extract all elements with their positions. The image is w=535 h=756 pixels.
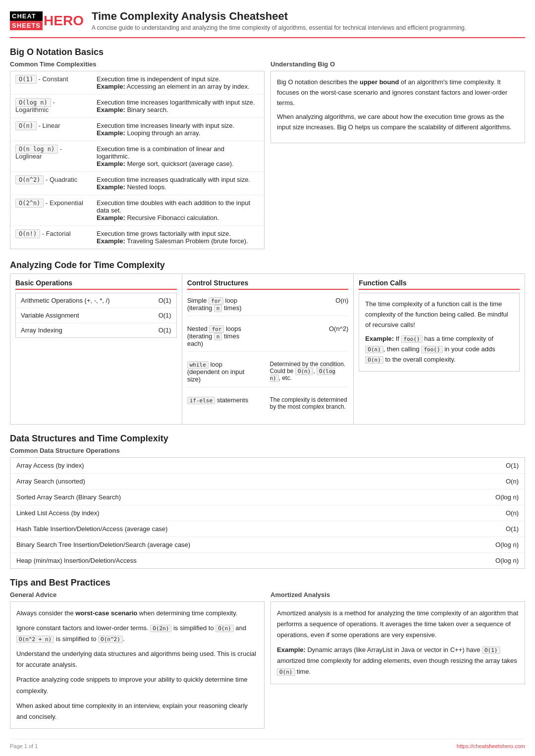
complexity-desc-2: Execution time increases linearly with i… <box>97 122 259 137</box>
on2-code: O(n^2) <box>98 636 123 643</box>
complexity-desc-5: Execution time doubles with each additio… <box>97 199 259 221</box>
ds-row-0: Array Access (by index) O(1) <box>10 458 525 474</box>
big-o-p1: Big O notation describes the upper bound… <box>277 77 519 108</box>
ctrl-item-3: if-else statements The complexity is det… <box>187 392 349 414</box>
ctrl-desc-2: Determined by the condition. Could be O(… <box>266 361 349 381</box>
on-fn-code: O(n) <box>365 346 383 353</box>
tips-title: Tips and Best Practices <box>10 578 525 588</box>
header-subtitle: A concise guide to understanding and ana… <box>92 24 466 31</box>
complexity-label-4: O(n^2) - Quadratic <box>15 176 97 183</box>
complexity-row-5: O(2^n) - Exponential Execution time doub… <box>10 195 264 226</box>
ds-row-3: Linked List Access (by index) O(n) <box>10 505 525 521</box>
page-footer: Page 1 of 1 https://cheatsheetshero.com <box>10 739 525 749</box>
analyzing-title: Analyzing Code for Time Complexity <box>10 260 525 270</box>
ctrl-badge-1: O(n^2) <box>329 325 348 332</box>
ds-label-6: Heap (min/max) Insertion/Deletion/Access <box>16 557 137 564</box>
big-o-p2: When analyzing algorithms, we care about… <box>277 112 519 133</box>
ds-row-1: Array Search (unsorted) O(n) <box>10 474 525 489</box>
complexity-desc-6: Execution time grows factorially with in… <box>97 230 259 245</box>
general-advice-content: Always consider the worst-case scenario … <box>10 601 265 729</box>
analyzing-grid: Basic Operations Arithmetic Operations (… <box>10 273 525 425</box>
amortized-col: Amortized Analysis Amortized analysis is… <box>270 591 525 729</box>
basic-op-row-0: Arithmetic Operations (+, -, *, /) O(1) <box>16 293 176 308</box>
basic-op-label-0: Arithmetic Operations (+, -, *, /) <box>21 297 110 304</box>
tip-p4: Practice analyzing code snippets to impr… <box>16 674 258 696</box>
ds-label-0: Array Access (by index) <box>16 462 84 469</box>
page-title: Time Complexity Analysis Cheatsheet <box>92 10 466 23</box>
fn-calls-example: Example: If foo() has a time complexity … <box>365 334 513 365</box>
ds-table: Array Access (by index) O(1) Array Searc… <box>10 457 525 569</box>
logo: CHEAT SHEETS HERO <box>10 11 84 30</box>
ds-badge-1: O(n) <box>506 478 519 485</box>
function-calls-header: Function Calls <box>359 279 520 290</box>
basic-op-row-2: Array Indexing O(1) <box>16 323 176 337</box>
ctrl-label-1: Nested for loops(iterating n timeseach) <box>187 325 329 347</box>
tip-p1: Always consider the worst-case scenario … <box>16 608 258 619</box>
ctrl-desc-3: The complexity is determined by the most… <box>266 396 349 410</box>
complexity-badge-1: O(log n) <box>15 98 51 107</box>
fn-calls-content: The time complexity of a function call i… <box>359 293 520 372</box>
analyzing-section: Analyzing Code for Time Complexity Basic… <box>10 260 525 425</box>
basic-op-badge-1: O(1) <box>159 312 171 319</box>
complexity-label-2: O(n) - Linear <box>15 122 97 129</box>
data-structures-section: Data Structures and Time Complexity Comm… <box>10 433 525 569</box>
complexity-label-3: O(n log n) -Loglinear <box>15 145 97 160</box>
amortized-p2: Example: Dynamic arrays (like ArrayList … <box>277 645 519 677</box>
ds-badge-4: O(1) <box>506 525 519 533</box>
for-code-1: for <box>209 325 224 333</box>
understanding-big-o: Understanding Big O Big O notation descr… <box>270 60 525 251</box>
foo-code-2: foo() <box>421 346 442 353</box>
complexity-row-3: O(n log n) -Loglinear Execution time is … <box>10 141 264 172</box>
amortized-content: Amortized analysis is a method for analy… <box>270 601 525 684</box>
header-text: Time Complexity Analysis Cheatsheet A co… <box>92 10 466 31</box>
ds-row-6: Heap (min/max) Insertion/Deletion/Access… <box>10 553 525 568</box>
for-code-0: for <box>209 297 223 305</box>
ds-badge-3: O(n) <box>506 509 519 517</box>
basic-ops-header: Basic Operations <box>15 279 177 290</box>
common-complexities-title: Common Time Complexities <box>10 60 265 68</box>
big-o-title: Big O Notation Basics <box>10 47 525 57</box>
foo-code: foo() <box>401 335 423 343</box>
complexity-row-0: O(1) - Constant Execution time is indepe… <box>10 71 264 95</box>
ds-badge-2: O(log n) <box>495 493 519 501</box>
logo-sheets: SHEETS <box>10 21 43 30</box>
ctrl-inner-2: while loop(dependent on inputsize) Deter… <box>187 361 349 383</box>
ds-badge-5: O(log n) <box>495 541 519 548</box>
control-col: Control Structures Simple for loop(itera… <box>182 273 354 425</box>
function-calls-col: Function Calls The time complexity of a … <box>353 273 525 425</box>
control-header: Control Structures <box>187 279 349 290</box>
complexity-label-0: O(1) - Constant <box>15 75 97 83</box>
on-code-w: O(n) <box>295 368 314 375</box>
tips-grid: General Advice Always consider the worst… <box>10 591 525 729</box>
o1-amort-code: O(1) <box>482 647 500 654</box>
ds-row-4: Hash Table Insertion/Deletion/Access (av… <box>10 521 525 537</box>
page-header: CHEAT SHEETS HERO Time Complexity Analys… <box>10 10 525 38</box>
page-number: Page 1 of 1 <box>10 743 38 749</box>
complexity-row-6: O(n!) - Factorial Execution time grows f… <box>10 226 264 249</box>
logo-hero: HERO <box>44 13 84 29</box>
basic-op-badge-0: O(1) <box>159 297 171 304</box>
tip-p3: Understand the underlying data structure… <box>16 648 258 670</box>
complexity-desc-4: Execution time increases quadratically w… <box>97 176 259 191</box>
complexity-row-2: O(n) - Linear Execution time increases l… <box>10 118 264 141</box>
big-o-grid: Common Time Complexities O(1) - Constant… <box>10 60 525 251</box>
basic-ops-col: Basic Operations Arithmetic Operations (… <box>10 273 182 425</box>
complexity-label-6: O(n!) - Factorial <box>15 230 97 237</box>
while-code: while <box>187 361 209 369</box>
complexity-desc-0: Execution time is independent of input s… <box>97 75 259 90</box>
complexity-badge-6: O(n!) <box>15 229 40 238</box>
basic-op-label-1: Variable Assignment <box>21 312 79 319</box>
general-advice-col: General Advice Always consider the worst… <box>10 591 265 729</box>
n-code-0: n <box>214 305 222 312</box>
amortized-p1: Amortized analysis is a method for analy… <box>277 608 519 641</box>
ctrl-label-3: if-else statements <box>187 396 266 404</box>
ds-row-2: Sorted Array Search (Binary Search) O(lo… <box>10 489 525 505</box>
complexities-table: O(1) - Constant Execution time is indepe… <box>10 71 265 249</box>
ds-label-4: Hash Table Insertion/Deletion/Access (av… <box>16 525 167 533</box>
logo-cheat: CHEAT <box>10 11 43 21</box>
ctrl-badge-0: O(n) <box>335 297 348 304</box>
big-o-box: Big O notation describes the upper bound… <box>270 71 525 143</box>
common-complexities: Common Time Complexities O(1) - Constant… <box>10 60 265 251</box>
ds-badge-0: O(1) <box>506 462 519 469</box>
footer-url[interactable]: https://cheatsheetshero.com <box>457 743 525 749</box>
